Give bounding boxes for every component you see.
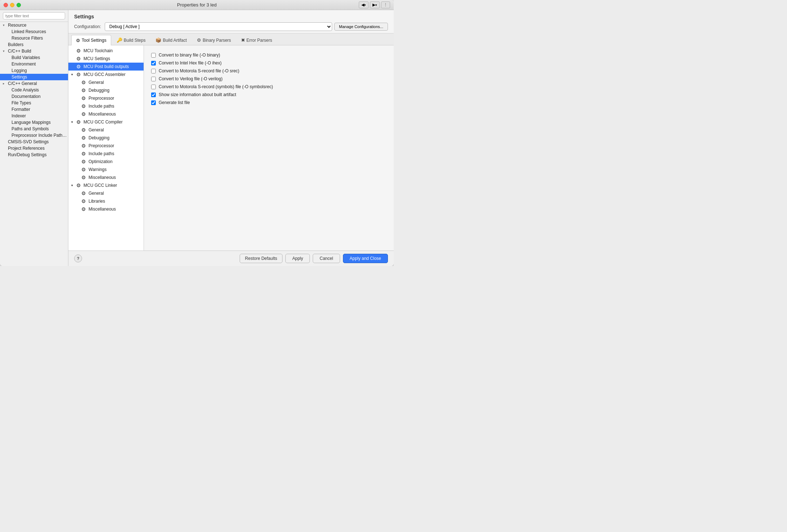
sidebar-item-label: Linked Resources [12, 29, 46, 34]
tool-tree-item-assembler-include-paths[interactable]: ⚙Include paths [68, 102, 144, 110]
tool-tree-item-assembler-debugging[interactable]: ⚙Debugging [68, 86, 144, 94]
config-label: Configuration: [74, 24, 101, 29]
tool-tree-item-mcu-gcc-assembler[interactable]: ▾⚙MCU GCC Assembler [68, 71, 144, 78]
checkbox-row-convert-motorola-s: Convert to Motorola S-record file (-O sr… [151, 67, 386, 75]
maximize-button[interactable] [17, 3, 21, 7]
tool-tree-item-mcu-gcc-compiler[interactable]: ▾⚙MCU GCC Compiler [68, 118, 144, 126]
tool-tree-item-linker-misc[interactable]: ⚙Miscellaneous [68, 205, 144, 213]
checkbox-label-show-size: Show size information about built artifa… [159, 92, 236, 97]
tabs-bar: ⚙Tool Settings🔑Build Steps📦Build Artifac… [68, 33, 394, 45]
tool-tree-label: Preprocessor [89, 143, 114, 148]
sidebar-item-settings[interactable]: Settings [0, 74, 68, 80]
tab-label-build-steps: Build Steps [124, 38, 146, 43]
sidebar-item-linked-resources[interactable]: Linked Resources [0, 28, 68, 35]
config-dropdown[interactable]: Debug [ Active ] [105, 22, 332, 31]
tool-tree-item-assembler-general[interactable]: ⚙General [68, 78, 144, 86]
traffic-lights [4, 3, 21, 7]
sidebar-item-preprocessor-include[interactable]: Preprocessor Include Path… [0, 132, 68, 139]
tool-tree-item-compiler-misc[interactable]: ⚙Miscellaneous [68, 173, 144, 181]
checkbox-generate-list[interactable] [151, 100, 156, 105]
sidebar-item-code-analysis[interactable]: Code Analysis [0, 87, 68, 93]
tool-gear-icon: ⚙ [76, 182, 81, 188]
tool-gear-icon: ⚙ [76, 119, 81, 125]
sidebar-item-project-references[interactable]: Project References [0, 145, 68, 152]
tool-tree-item-linker-general[interactable]: ⚙General [68, 189, 144, 197]
tool-tree-item-compiler-debugging[interactable]: ⚙Debugging [68, 134, 144, 142]
sidebar-item-build-variables[interactable]: Build Variables [0, 54, 68, 61]
sidebar-item-environment[interactable]: Environment [0, 61, 68, 67]
minimize-button[interactable] [10, 3, 14, 7]
tool-tree-item-assembler-misc[interactable]: ⚙Miscellaneous [68, 110, 144, 118]
tool-tree-item-mcu-post-build[interactable]: ⚙MCU Post build outputs [68, 63, 144, 71]
checkbox-row-generate-list: Generate list file [151, 99, 386, 107]
sidebar-item-logging[interactable]: Logging [0, 67, 68, 74]
sidebar-item-resource[interactable]: ▾Resource [0, 22, 68, 28]
sidebar-filter-input[interactable] [3, 12, 65, 19]
tool-tree-item-mcu-toolchain[interactable]: ⚙MCU Toolchain [68, 47, 144, 55]
checkbox-convert-motorola-sym[interactable] [151, 85, 156, 89]
tab-build-artifact[interactable]: 📦Build Artifact [151, 35, 191, 45]
tool-tree-item-assembler-preprocessor[interactable]: ⚙Preprocessor [68, 94, 144, 102]
sidebar-item-label: Resource Filters [12, 36, 43, 41]
checkbox-convert-motorola-s[interactable] [151, 69, 156, 73]
chevron-icon: ▾ [3, 23, 6, 27]
sidebar-item-file-types[interactable]: File Types [0, 100, 68, 106]
chevron-icon: ▸ [3, 82, 6, 85]
tool-gear-icon: ⚙ [81, 135, 86, 141]
sidebar-item-label: File Types [12, 100, 31, 105]
tool-tree-item-compiler-include-paths[interactable]: ⚙Include paths [68, 150, 144, 158]
checkbox-show-size[interactable] [151, 93, 156, 97]
settings-header: Settings Configuration: Debug [ Active ]… [68, 10, 394, 33]
manage-configurations-button[interactable]: Manage Configurations... [334, 23, 388, 31]
tool-tree-item-linker-libraries[interactable]: ⚙Libraries [68, 197, 144, 205]
checkbox-convert-intel-hex[interactable] [151, 61, 156, 66]
close-button[interactable] [4, 3, 8, 7]
sidebar-filter-area [0, 10, 68, 22]
tab-error-parsers[interactable]: ✖Error Parsers [236, 35, 277, 45]
sidebar-item-formatter[interactable]: Formatter [0, 106, 68, 113]
checkbox-convert-binary[interactable] [151, 53, 156, 58]
sidebar-item-resource-filters[interactable]: Resource Filters [0, 35, 68, 41]
sidebar-item-paths-and-symbols[interactable]: Paths and Symbols [0, 126, 68, 132]
sidebar-item-cmsis-svd[interactable]: CMSIS-SVD Settings [0, 139, 68, 145]
tab-build-steps[interactable]: 🔑Build Steps [112, 35, 150, 45]
forward-button[interactable]: ▶ ▾ [370, 1, 380, 8]
tool-tree-item-compiler-optimization[interactable]: ⚙Optimization [68, 158, 144, 166]
sidebar-item-cpp-general[interactable]: ▸C/C++ General [0, 80, 68, 87]
apply-button[interactable]: Apply [285, 254, 310, 263]
tool-tree-label: MCU Settings [83, 56, 110, 61]
tool-tree-label: MCU GCC Assembler [83, 72, 126, 77]
sidebar-item-cpp-build[interactable]: ▾C/C++ Build [0, 48, 68, 54]
sidebar-item-indexer[interactable]: Indexer [0, 113, 68, 119]
right-panel: Settings Configuration: Debug [ Active ]… [68, 10, 394, 266]
tool-tree-label: Miscellaneous [89, 207, 116, 212]
checkbox-label-convert-intel-hex: Convert to Intel Hex file (-O ihex) [159, 60, 222, 66]
checkbox-convert-verilog[interactable] [151, 77, 156, 81]
tool-tree-item-compiler-warnings[interactable]: ⚙Warnings [68, 166, 144, 173]
help-button[interactable]: ? [74, 254, 82, 262]
tab-tool-settings[interactable]: ⚙Tool Settings [71, 35, 111, 45]
tool-tree-label: Include paths [89, 104, 114, 109]
tab-label-tool-settings: Tool Settings [82, 38, 107, 43]
sidebar-item-run-debug[interactable]: Run/Debug Settings [0, 152, 68, 158]
sidebar-item-label: Project References [8, 146, 45, 151]
tab-icon-tool-settings: ⚙ [76, 38, 80, 43]
tool-tree-item-compiler-general[interactable]: ⚙General [68, 126, 144, 134]
tab-icon-build-steps: 🔑 [117, 37, 122, 43]
tool-tree-item-mcu-settings[interactable]: ⚙MCU Settings [68, 55, 144, 63]
back-button[interactable]: ◀ ▾ [359, 1, 368, 8]
tool-tree-item-compiler-preprocessor[interactable]: ⚙Preprocessor [68, 142, 144, 150]
cancel-button[interactable]: Cancel [313, 254, 340, 263]
tool-gear-icon: ⚙ [76, 48, 81, 54]
sidebar-item-language-mappings[interactable]: Language Mappings [0, 119, 68, 126]
tool-tree-label: General [89, 127, 104, 132]
sidebar-item-documentation[interactable]: Documentation [0, 93, 68, 100]
apply-close-button[interactable]: Apply and Close [343, 254, 388, 263]
tool-tree-item-mcu-gcc-linker[interactable]: ▾⚙MCU GCC Linker [68, 181, 144, 189]
restore-defaults-button[interactable]: Restore Defaults [240, 254, 282, 263]
more-options-button[interactable]: ⋮ [381, 1, 390, 8]
sidebar-item-builders[interactable]: Builders [0, 41, 68, 48]
sidebar-item-label: Resource [8, 23, 26, 28]
tab-binary-parsers[interactable]: ⚙Binary Parsers [192, 35, 236, 45]
sidebar-tree: ▾ResourceLinked ResourcesResource Filter… [0, 22, 68, 158]
